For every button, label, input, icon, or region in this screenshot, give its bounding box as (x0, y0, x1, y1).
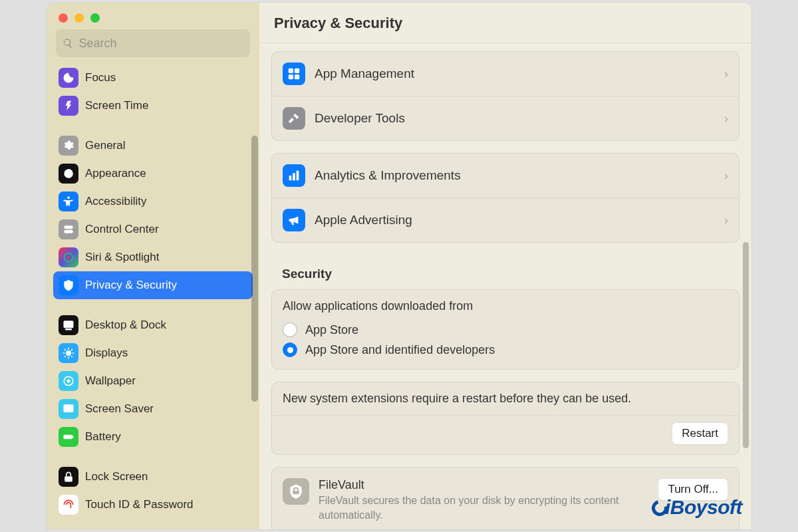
radio-label: App Store and identified developers (305, 343, 495, 357)
appearance-icon (59, 164, 78, 184)
card-extensions: New system extensions require a restart … (271, 382, 739, 455)
page-title: Privacy & Security (274, 15, 737, 32)
sidebar-item-general[interactable]: General (53, 132, 253, 160)
filevault-icon (283, 478, 309, 505)
sidebar-item-battery[interactable]: Battery (53, 423, 253, 451)
displays-icon (59, 343, 78, 363)
chevron-right-icon: › (724, 67, 728, 81)
sidebar-item-desktop-dock[interactable]: Desktop & Dock (53, 311, 253, 339)
svg-rect-13 (65, 476, 72, 481)
app-management-icon (283, 63, 305, 85)
card-filevault: FileVault FileVault secures the data on … (271, 467, 739, 529)
sidebar-item-appearance[interactable]: Appearance (53, 160, 253, 188)
svg-rect-18 (289, 176, 292, 180)
focus-icon (59, 68, 78, 88)
card-allow-apps: Allow applications downloaded from App S… (271, 289, 739, 370)
svg-rect-5 (64, 321, 74, 328)
sidebar-item-label: Screen Time (85, 99, 148, 112)
svg-rect-3 (64, 230, 72, 233)
security-heading: Security (271, 255, 739, 289)
svg-point-9 (67, 380, 70, 383)
sidebar-item-displays[interactable]: Displays (53, 339, 253, 367)
sidebar-item-label: Appearance (85, 167, 146, 180)
row-label: Developer Tools (315, 111, 715, 126)
row-developer-tools[interactable]: Developer Tools› (272, 96, 739, 140)
radio-label: App Store (305, 323, 358, 337)
fullscreen-window-button[interactable] (90, 13, 100, 23)
sidebar-item-control-center[interactable]: Control Center (53, 215, 253, 243)
svg-rect-2 (64, 225, 72, 229)
filevault-turn-off-button[interactable]: Turn Off... (658, 478, 728, 501)
row-advertising[interactable]: Apple Advertising› (272, 198, 739, 242)
card-analytics: Analytics & Improvements›Apple Advertisi… (271, 153, 739, 243)
sidebar-item-label: Touch ID & Password (85, 498, 194, 511)
radio-identified-devs[interactable]: App Store and identified developers (283, 340, 728, 360)
sidebar-scrollbar[interactable] (251, 136, 258, 402)
sidebar-item-label: Siri & Spotlight (85, 251, 160, 264)
sidebar-item-screen-saver[interactable]: Screen Saver (53, 395, 253, 423)
screen-saver-icon (59, 399, 78, 419)
control-center-icon (59, 219, 78, 239)
svg-rect-19 (293, 173, 295, 180)
sidebar-item-label: Wallpaper (85, 374, 136, 388)
sidebar-item-siri-spotlight[interactable]: Siri & Spotlight (53, 243, 253, 271)
sidebar-item-screen-time[interactable]: Screen Time (53, 92, 253, 120)
svg-rect-16 (289, 74, 293, 79)
traffic-lights (47, 3, 259, 29)
sidebar-item-label: Battery (85, 430, 121, 444)
sidebar-item-touch-id[interactable]: Touch ID & Password (53, 491, 253, 519)
analytics-icon (283, 164, 305, 187)
battery-icon (59, 427, 78, 447)
main-scrollbar[interactable] (743, 242, 749, 448)
svg-rect-20 (297, 171, 299, 181)
search-field[interactable] (56, 29, 250, 57)
chevron-right-icon: › (724, 169, 728, 183)
sidebar-item-focus[interactable]: Focus (53, 64, 253, 92)
svg-point-1 (67, 196, 70, 199)
general-icon (59, 136, 78, 156)
advertising-icon (283, 209, 305, 231)
search-input[interactable] (78, 37, 243, 51)
desktop-dock-icon (59, 315, 78, 335)
accessibility-icon (59, 192, 78, 211)
restart-button[interactable]: Restart (672, 422, 728, 445)
sidebar-item-label: General (85, 139, 125, 152)
radio-input-app-store[interactable] (283, 323, 297, 337)
close-window-button[interactable] (59, 13, 68, 23)
sidebar-nav: FocusScreen TimeGeneralAppearanceAccessi… (47, 64, 259, 529)
chevron-right-icon: › (724, 112, 728, 126)
sidebar: FocusScreen TimeGeneralAppearanceAccessi… (47, 3, 259, 529)
svg-rect-17 (295, 74, 299, 79)
developer-tools-icon (283, 107, 305, 130)
settings-window: FocusScreen TimeGeneralAppearanceAccessi… (47, 3, 751, 529)
sidebar-item-privacy-security[interactable]: Privacy & Security (53, 271, 253, 299)
sidebar-item-lock-screen[interactable]: Lock Screen (53, 463, 253, 491)
sidebar-item-label: Screen Saver (85, 402, 154, 416)
filevault-desc: FileVault secures the data on your disk … (319, 493, 648, 522)
row-label: Apple Advertising (315, 213, 715, 227)
svg-rect-10 (64, 404, 74, 412)
chevron-right-icon: › (724, 213, 728, 227)
sidebar-item-label: Displays (85, 346, 128, 360)
sidebar-item-label: Privacy & Security (85, 279, 177, 292)
sidebar-item-accessibility[interactable]: Accessibility (53, 188, 253, 215)
row-label: Analytics & Improvements (315, 168, 715, 183)
row-analytics[interactable]: Analytics & Improvements› (272, 154, 739, 198)
sidebar-item-label: Accessibility (85, 195, 147, 208)
screen-time-icon (59, 96, 78, 116)
minimize-window-button[interactable] (74, 13, 84, 23)
sidebar-item-label: Control Center (85, 223, 159, 236)
privacy-security-icon (59, 275, 78, 295)
sidebar-item-label: Desktop & Dock (85, 319, 166, 332)
svg-point-4 (64, 253, 74, 263)
search-icon (63, 37, 73, 49)
main-header: Privacy & Security (259, 3, 751, 43)
radio-app-store[interactable]: App Store (283, 320, 728, 340)
row-app-management[interactable]: App Management› (272, 52, 739, 96)
sidebar-item-wallpaper[interactable]: Wallpaper (53, 367, 253, 395)
svg-rect-11 (64, 435, 72, 440)
svg-rect-15 (295, 68, 299, 73)
svg-rect-12 (72, 436, 74, 438)
svg-point-7 (66, 350, 71, 356)
radio-input-identified-devs[interactable] (283, 342, 297, 357)
